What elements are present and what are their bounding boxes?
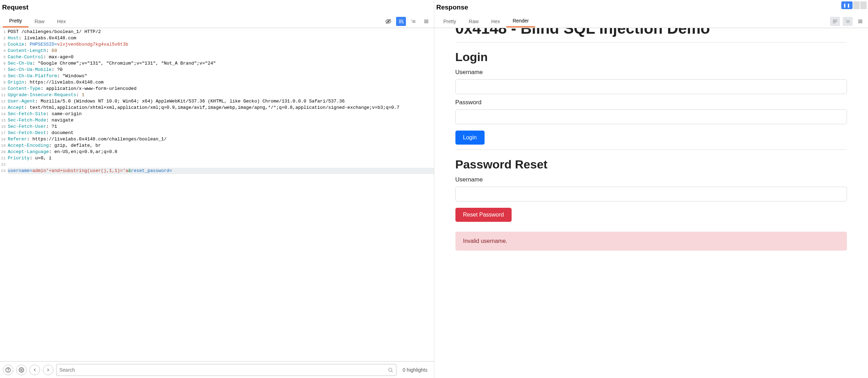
line-content[interactable]: Content-Length: 60	[8, 48, 434, 54]
code-line[interactable]: 5Cache-Control: max-age=0	[0, 54, 434, 60]
line-content[interactable]: POST /challenges/boolean_1/ HTTP/2	[8, 29, 434, 35]
code-line[interactable]: 21Priority: u=0, i	[0, 155, 434, 161]
line-content[interactable]: Accept-Language: en-US,en;q=0.9,ar;q=0.8	[8, 149, 434, 155]
search-box[interactable]	[56, 364, 396, 376]
code-line[interactable]: 11Upgrade-Insecure-Requests: 1	[0, 92, 434, 98]
settings-icon[interactable]	[16, 365, 27, 375]
login-password-input[interactable]	[455, 110, 847, 124]
code-line[interactable]: 13Accept: text/html,application/xhtml+xm…	[0, 105, 434, 111]
login-username-input[interactable]	[455, 79, 847, 94]
line-number: 17	[0, 130, 8, 136]
code-line[interactable]: 18Referer: https://livelabs.0x4148.com/c…	[0, 136, 434, 142]
previous-icon[interactable]	[29, 365, 40, 375]
response-newline-icon[interactable]: \n	[843, 17, 853, 26]
line-number: 23	[0, 168, 8, 174]
code-line[interactable]: 16Sec-Fetch-User: ?1	[0, 124, 434, 130]
code-line[interactable]: 20Accept-Language: en-US,en;q=0.9,ar;q=0…	[0, 149, 434, 155]
response-tab-render[interactable]: Render	[506, 15, 535, 27]
line-content[interactable]: Accept-Encoding: gzip, deflate, br	[8, 142, 434, 149]
next-icon[interactable]	[43, 365, 53, 375]
code-line[interactable]: 14Sec-Fetch-Site: same-origin	[0, 111, 434, 117]
line-content[interactable]: Origin: https://livelabs.0x4148.com	[8, 79, 434, 86]
svg-point-10	[21, 369, 22, 371]
response-tab-pretty[interactable]: Pretty	[437, 16, 463, 27]
layout-toggle-2-icon[interactable]	[860, 1, 867, 9]
layout-toggle-1-icon[interactable]	[853, 1, 860, 9]
newline-toggle-icon[interactable]: \n	[409, 17, 419, 26]
response-wrap-icon[interactable]	[830, 17, 840, 26]
pause-icon[interactable]: ❚❚	[841, 1, 853, 9]
request-menu-icon[interactable]	[421, 17, 431, 26]
wrap-lines-icon[interactable]	[396, 17, 406, 26]
code-line[interactable]: 8Sec-Ch-Ua-Platform: "Windows"	[0, 73, 434, 79]
line-number: 1	[0, 29, 8, 35]
code-line[interactable]: 2Host: livelabs.0x4148.com	[0, 35, 434, 41]
line-content[interactable]: Sec-Fetch-Site: same-origin	[8, 111, 434, 117]
line-content[interactable]: User-Agent: Mozilla/5.0 (Windows NT 10.0…	[8, 98, 434, 105]
line-number: 5	[0, 54, 8, 60]
request-panel: Request Pretty Raw Hex \n 1POST /challen…	[0, 0, 434, 378]
response-tab-bar: Pretty Raw Hex Render \n	[434, 15, 868, 28]
divider	[455, 42, 847, 42]
code-line[interactable]: 10Content-Type: application/x-www-form-u…	[0, 86, 434, 92]
tab-pretty[interactable]: Pretty	[3, 15, 28, 27]
line-number: 9	[0, 79, 8, 86]
search-input[interactable]	[59, 367, 388, 373]
code-line[interactable]: 1POST /challenges/boolean_1/ HTTP/2	[0, 29, 434, 35]
code-line[interactable]: 17Sec-Fetch-Dest: document	[0, 130, 434, 136]
line-content[interactable]: Cookie: PHPSESSID=vlvjven6bsndg7kg4val5v…	[8, 41, 434, 48]
reset-heading: Password Reset	[455, 158, 847, 171]
code-line[interactable]: 6Sec-Ch-Ua: "Google Chrome";v="131", "Ch…	[0, 60, 434, 67]
line-number: 21	[0, 155, 8, 161]
code-line[interactable]: 9Origin: https://livelabs.0x4148.com	[0, 79, 434, 86]
line-content[interactable]: Sec-Ch-Ua-Mobile: ?0	[8, 67, 434, 73]
code-line[interactable]: 7Sec-Ch-Ua-Mobile: ?0	[0, 67, 434, 73]
line-content[interactable]: Sec-Fetch-Mode: navigate	[8, 117, 434, 124]
line-content[interactable]: Sec-Ch-Ua-Platform: "Windows"	[8, 73, 434, 79]
login-button[interactable]: Login	[455, 131, 485, 145]
request-footer: 0 highlights	[0, 361, 434, 378]
line-number: 15	[0, 117, 8, 124]
login-heading: Login	[455, 50, 847, 64]
svg-point-9	[8, 371, 8, 371]
toggle-visibility-icon[interactable]	[383, 17, 393, 26]
response-tab-raw[interactable]: Raw	[462, 16, 485, 27]
line-content[interactable]: Cache-Control: max-age=0	[8, 54, 434, 60]
line-number: 10	[0, 86, 8, 92]
request-title: Request	[0, 0, 434, 15]
request-editor[interactable]: 1POST /challenges/boolean_1/ HTTP/22Host…	[0, 28, 434, 361]
line-number: 2	[0, 35, 8, 41]
tab-raw[interactable]: Raw	[28, 16, 51, 27]
line-content[interactable]: Accept: text/html,application/xhtml+xml,…	[8, 105, 434, 111]
page-heading: 0x4148 - Blind SQL Injection Demo	[455, 28, 847, 37]
code-line[interactable]: 22	[0, 161, 434, 168]
code-line[interactable]: 12User-Agent: Mozilla/5.0 (Windows NT 10…	[0, 98, 434, 105]
reset-password-button[interactable]: Reset Password	[455, 208, 512, 222]
response-tab-hex[interactable]: Hex	[485, 16, 506, 27]
line-content[interactable]: Upgrade-Insecure-Requests: 1	[8, 92, 434, 98]
line-number: 22	[0, 161, 8, 168]
response-menu-icon[interactable]	[855, 17, 865, 26]
line-content[interactable]: Priority: u=0, i	[8, 155, 434, 161]
help-icon[interactable]	[3, 365, 13, 375]
line-content[interactable]	[8, 161, 434, 168]
divider	[455, 150, 847, 150]
line-content[interactable]: Sec-Ch-Ua: "Google Chrome";v="131", "Chr…	[8, 60, 434, 67]
code-line[interactable]: 3Cookie: PHPSESSID=vlvjven6bsndg7kg4val5…	[0, 41, 434, 48]
tab-hex[interactable]: Hex	[51, 16, 72, 27]
request-tab-bar: Pretty Raw Hex \n	[0, 15, 434, 28]
reset-username-label: Username	[455, 176, 847, 183]
code-line[interactable]: 4Content-Length: 60	[0, 48, 434, 54]
line-content[interactable]: Content-Type: application/x-www-form-url…	[8, 86, 434, 92]
code-line[interactable]: 23username=admin'+and+substring(user(),1…	[0, 168, 434, 174]
line-content[interactable]: Host: livelabs.0x4148.com	[8, 35, 434, 41]
code-line[interactable]: 15Sec-Fetch-Mode: navigate	[0, 117, 434, 124]
line-content[interactable]: Sec-Fetch-Dest: document	[8, 130, 434, 136]
line-content[interactable]: Sec-Fetch-User: ?1	[8, 124, 434, 130]
code-line[interactable]: 19Accept-Encoding: gzip, deflate, br	[0, 142, 434, 149]
line-content[interactable]: Referer: https://livelabs.0x4148.com/cha…	[8, 136, 434, 142]
line-number: 16	[0, 124, 8, 130]
login-username-label: Username	[455, 69, 847, 76]
reset-username-input[interactable]	[455, 187, 847, 201]
line-content[interactable]: username=admin'+and+substring(user(),1,1…	[8, 168, 434, 174]
